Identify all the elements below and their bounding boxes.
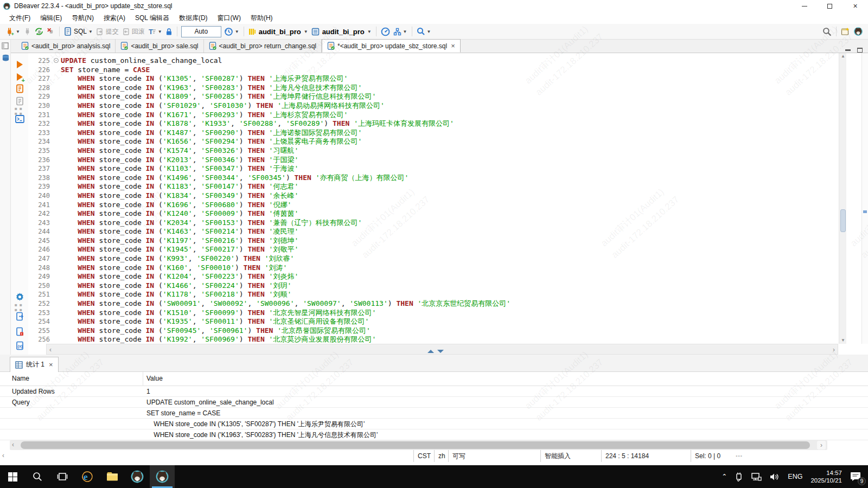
lock-button[interactable] (164, 25, 174, 38)
scroll-right-icon[interactable]: › (817, 441, 826, 450)
stats-row-2[interactable]: SET store_name = CASE (0, 408, 868, 419)
open-sql-console-button[interactable] (15, 114, 24, 124)
menu-item-3[interactable]: 搜索(A) (99, 12, 130, 24)
execute-statement-button[interactable] (15, 60, 24, 69)
explain-plan-button[interactable] (15, 96, 24, 106)
code-line[interactable]: 240 WHEN store_code IN ('K1834', 'SF0034… (28, 191, 868, 201)
editor-tab-1[interactable]: <audit_bi_pro> sale.sql (116, 39, 203, 53)
fold-marker[interactable]: - (53, 56, 61, 66)
code-line[interactable]: 256 WHEN store_code IN ('K1992', 'SF0096… (28, 335, 868, 344)
scroll-left-icon[interactable]: ‹ (12, 441, 14, 448)
code-line[interactable]: 230 WHEN store_code IN ('SF01029', 'SF01… (28, 101, 868, 111)
editor-vertical-scrollbar[interactable]: ▲ ▼ (839, 53, 846, 344)
sql-editor-button[interactable]: SQL ▼ (62, 25, 94, 38)
minimize-button[interactable] (792, 0, 817, 12)
code-line[interactable]: 226SET store_name = CASE (28, 66, 868, 75)
network-tray-icon[interactable] (747, 465, 765, 488)
dbeaver-perspective-button[interactable] (852, 25, 865, 38)
transaction-log-button[interactable]: T ▼ (146, 25, 164, 38)
tab-close-icon[interactable]: × (451, 42, 455, 50)
database-navigator-icon[interactable] (2, 54, 10, 64)
menu-item-5[interactable]: 数据库(D) (174, 12, 213, 24)
code-line[interactable]: 245 WHEN store_code IN ('K1197', 'SF0021… (28, 236, 868, 246)
task-view-button[interactable] (50, 465, 75, 488)
start-button[interactable] (0, 465, 25, 488)
vertical-scroll-thumb[interactable] (840, 209, 846, 232)
menu-item-0[interactable]: 文件(F) (4, 12, 35, 24)
taskbar-clock[interactable]: 14:57 2025/10/21 (806, 469, 846, 484)
code-line[interactable]: 249 WHEN store_code IN ('K1204', 'SF0022… (28, 272, 868, 281)
code-line[interactable]: 248 WHEN store_code IN ('K160', 'SF00010… (28, 264, 868, 273)
status-timezone[interactable]: CST (413, 450, 434, 462)
sql-code-editor[interactable]: 225-UPDATE custom_online_sale_change_loc… (28, 53, 868, 344)
input-language-indicator[interactable]: ENG (784, 465, 806, 488)
editor-tab-2[interactable]: <audit_bi_pro> return_change.sql (204, 39, 322, 53)
stats-row-4[interactable]: WHEN store_code IN ('K1963', 'SF00283') … (0, 429, 868, 440)
export-result-button[interactable] (15, 311, 24, 321)
volume-tray-icon[interactable] (765, 465, 784, 488)
execute-new-tab-button[interactable]: + (15, 72, 24, 82)
code-line[interactable]: 237 WHEN store_code IN ('K1103', 'SF0034… (28, 164, 868, 174)
code-line[interactable]: 244 WHEN store_code IN ('K1463', 'SF0021… (28, 227, 868, 236)
code-line[interactable]: 238 WHEN store_code IN ('K1496', 'SF0034… (28, 174, 868, 183)
status-insert-mode[interactable]: 智能插入 (540, 450, 601, 462)
data-transfer-button[interactable]: ▼ (392, 25, 409, 38)
code-line[interactable]: 242 WHEN store_code IN ('K1240', 'SF0000… (28, 209, 868, 219)
code-line[interactable]: 227 WHEN store_code IN ('K1305', 'SF0028… (28, 74, 868, 84)
sash-minimize-icon[interactable] (437, 350, 444, 353)
autocommit-select[interactable]: Auto (181, 26, 221, 37)
code-line[interactable]: 234 WHEN store_code IN ('K1656', 'SF0029… (28, 137, 868, 146)
stats-row-0[interactable]: Updated Rows1 (0, 386, 868, 397)
transaction-history-button[interactable]: ▼ (222, 25, 241, 38)
statistics-tab[interactable]: 统计 1 × (10, 357, 59, 372)
editor-tab-0[interactable]: <audit_bi_pro> analysis.sql (16, 39, 116, 53)
fold-collapse-icon[interactable]: - (54, 58, 59, 63)
dbeaver-taskbar-button[interactable] (125, 465, 150, 488)
menu-item-7[interactable]: 帮助(H) (246, 12, 278, 24)
database-selector[interactable]: audit_bi_pro ▼ (310, 25, 373, 38)
menu-item-1[interactable]: 编辑(E) (35, 12, 67, 24)
column-header-value[interactable]: Value (146, 375, 163, 382)
disconnect-button[interactable] (45, 25, 56, 38)
menu-item-6[interactable]: 窗口(W) (213, 12, 246, 24)
tray-expand-icon[interactable]: ⌃ (718, 465, 731, 488)
code-line[interactable]: 225-UPDATE custom_online_sale_change_loc… (28, 56, 868, 66)
rollback-button[interactable]: 回滚 (120, 25, 146, 38)
taskbar-search-button[interactable] (25, 465, 50, 488)
menu-item-2[interactable]: 导航(N) (67, 12, 99, 24)
stats-horizontal-scrollbar[interactable]: ‹ › (10, 440, 827, 450)
dbeaver-taskbar-button-active[interactable] (150, 465, 175, 488)
column-header-name[interactable]: Name (12, 375, 29, 382)
usb-tray-icon[interactable] (731, 465, 747, 488)
editor-settings-button[interactable] (15, 292, 24, 301)
status-writable[interactable]: 可写 (448, 450, 540, 462)
code-line[interactable]: 236 WHEN store_code IN ('K2013', 'SF0034… (28, 156, 868, 165)
stats-row-3[interactable]: WHEN store_code IN ('K1305', 'SF00287') … (0, 419, 868, 429)
scroll-down-icon[interactable]: ▼ (839, 337, 847, 344)
status-selection[interactable]: Sel: 0 | 0 (691, 450, 730, 462)
file-explorer-button[interactable] (100, 465, 125, 488)
horizontal-scroll-thumb[interactable] (21, 441, 810, 449)
status-collapse-icon[interactable]: ‹ (2, 452, 4, 459)
code-line[interactable]: 253 WHEN store_code IN ('K1510', 'SF0009… (28, 309, 868, 318)
code-line[interactable]: 231 WHEN store_code IN ('K1671', 'SF0029… (28, 111, 868, 120)
dashboard-button[interactable] (379, 25, 392, 38)
code-line[interactable]: 232 WHEN store_code IN ('K1878', 'K1933'… (28, 119, 868, 129)
code-line[interactable]: 228 WHEN store_code IN ('K1963', 'SF0028… (28, 84, 868, 93)
menu-item-4[interactable]: SQL 编辑器 (130, 12, 174, 24)
internet-explorer-button[interactable]: e (75, 465, 100, 488)
maximize-view-icon[interactable] (857, 48, 863, 53)
status-language[interactable]: zh (434, 450, 448, 462)
reconnect-button[interactable] (33, 25, 45, 38)
code-line[interactable]: 235 WHEN store_code IN ('K1574', 'SF0032… (28, 146, 868, 156)
sash-maximize-icon[interactable] (427, 350, 434, 353)
connection-selector[interactable]: audit_bi_pro ▼ (247, 25, 310, 38)
restore-panel-icon[interactable] (2, 42, 9, 51)
open-perspective-button[interactable] (839, 25, 852, 38)
scroll-up-icon[interactable]: ▲ (839, 53, 847, 60)
show-problems-button[interactable]: ! (15, 326, 24, 336)
code-line[interactable]: 247 WHEN store_code IN ('K993', 'SF00220… (28, 254, 868, 264)
code-line[interactable]: 250 WHEN store_code IN ('K1466', 'SF0022… (28, 281, 868, 291)
execute-script-button[interactable] (15, 84, 24, 93)
quick-access-search-button[interactable] (821, 25, 833, 38)
